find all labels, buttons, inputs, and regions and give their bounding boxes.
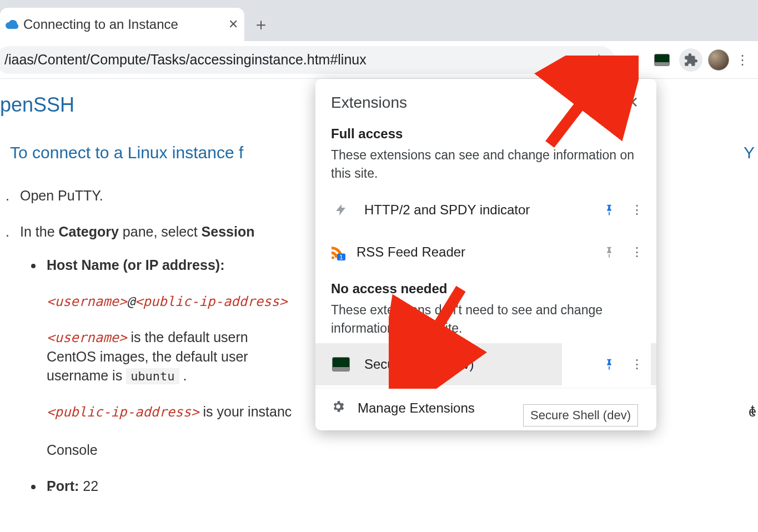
tab-title: Connecting to an Instance: [23, 17, 222, 32]
terminal-icon: [329, 357, 353, 372]
bullet-port: Port: 22: [43, 476, 758, 496]
extension-name: HTTP/2 and SPDY indicator: [353, 202, 562, 218]
profile-avatar[interactable]: [708, 49, 729, 71]
tooltip: Secure Shell (dev): [523, 404, 638, 426]
new-tab-button[interactable]: ＋: [244, 8, 278, 41]
no-access-heading: No access needed: [315, 273, 656, 300]
extension-name: RSS Feed Reader: [345, 244, 562, 260]
extension-name: Secure Shell (dev): [353, 357, 562, 372]
extension-row-rss[interactable]: 1 RSS Feed Reader ⋮: [315, 231, 656, 273]
popup-close-button[interactable]: ✕: [621, 91, 643, 114]
browser-toolbar: /iaas/Content/Compute/Tasks/accessingins…: [0, 41, 758, 79]
extension-menu-button[interactable]: ⋮: [631, 203, 642, 217]
page-subheading-right: Y: [744, 141, 755, 164]
page-subheading-left: To connect to a Linux instance f: [10, 141, 243, 164]
pin-icon[interactable]: [603, 244, 615, 260]
pin-icon[interactable]: [603, 357, 615, 372]
tab-strip: Connecting to an Instance ✕ ＋: [0, 6, 758, 41]
terminal-extension-icon[interactable]: [650, 48, 674, 72]
extensions-popup: Extensions ✕ Full access These extension…: [315, 79, 656, 430]
no-access-desc: These extensions don't need to see and c…: [315, 300, 656, 344]
lightning-icon[interactable]: [621, 48, 645, 72]
address-bar[interactable]: /iaas/Content/Compute/Tasks/accessingins…: [0, 46, 615, 74]
url-text: /iaas/Content/Compute/Tasks/accessingins…: [4, 52, 588, 68]
extension-menu-button[interactable]: ⋮: [631, 357, 642, 372]
manage-extensions-label: Manage Extensions: [358, 400, 475, 416]
svg-text:1: 1: [339, 253, 343, 260]
popup-title: Extensions: [331, 94, 407, 112]
cloud-icon: [6, 20, 19, 29]
lightning-icon: [329, 202, 353, 218]
bookmark-star-icon[interactable]: ☆: [592, 51, 606, 69]
extensions-puzzle-icon[interactable]: [679, 48, 702, 72]
extension-row-secure-shell[interactable]: Secure Shell (dev) ⋮: [315, 343, 656, 385]
tab-close-button[interactable]: ✕: [222, 17, 244, 32]
full-access-desc: These extensions can see and change info…: [315, 145, 656, 189]
gear-icon: [331, 399, 345, 417]
rss-icon: 1: [329, 244, 345, 260]
extension-menu-button[interactable]: ⋮: [631, 245, 642, 259]
extension-row-http2[interactable]: HTTP/2 and SPDY indicator ⋮: [315, 189, 656, 231]
full-access-heading: Full access: [315, 118, 656, 145]
browser-menu-button[interactable]: ⋮: [735, 52, 750, 68]
browser-tab[interactable]: Connecting to an Instance ✕: [0, 8, 244, 41]
pin-icon[interactable]: [603, 202, 615, 218]
